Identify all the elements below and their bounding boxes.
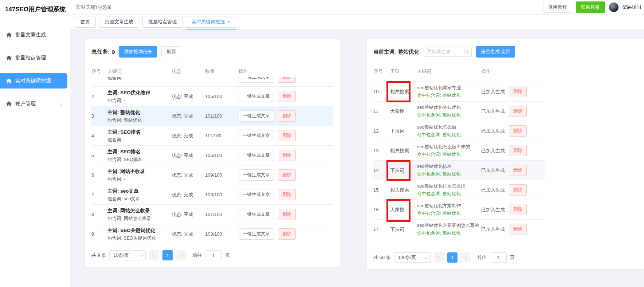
- task-row[interactable]: 9 主词: SEO关键词优化 包含词: SEO关键词优化 状态: 完成 103/…: [91, 224, 333, 244]
- keyword-row[interactable]: 12 下拉词 seo整站优化怎么做 命中包含词: 整站优化 已加入生成 删除: [373, 121, 545, 141]
- row-index: 4: [91, 133, 107, 138]
- keyword-row-partial-bottom[interactable]: seo整站优化方法: [373, 239, 545, 246]
- goto-page-input[interactable]: [205, 250, 222, 260]
- task-row[interactable]: 2 主词: SEO优化教程 包含词: - 状态: 完成 105/100 一键生成…: [91, 87, 333, 106]
- total-task-label: 总任务:: [91, 48, 110, 55]
- delete-button[interactable]: 删除: [509, 224, 527, 235]
- avatar[interactable]: [609, 2, 619, 12]
- col-type: 类型: [390, 68, 417, 75]
- generate-article-button[interactable]: 一键生成文章: [239, 130, 274, 141]
- generate-article-button[interactable]: 一键生成文章: [239, 150, 274, 161]
- keyword-type: 相关搜索: [390, 89, 417, 95]
- task-row[interactable]: 5 主词: SEO排名 包含词: SEO排名 状态: 完成 105/100 一键…: [91, 146, 333, 165]
- delete-button[interactable]: 删除: [509, 106, 527, 117]
- delete-button[interactable]: 删除: [509, 125, 527, 137]
- delete-button[interactable]: 删除: [278, 150, 296, 161]
- page-size-select[interactable]: 10条/页: [109, 250, 146, 260]
- pagination-total: 共 50 条: [373, 254, 391, 261]
- keyword-row-partial-top[interactable]: 命中包含词: 整站优化: [373, 77, 545, 82]
- hit-word: 命中包含词: 整站优化: [417, 191, 481, 197]
- tutorial-button[interactable]: 使用教程: [543, 2, 572, 13]
- next-page-button[interactable]: [461, 252, 471, 263]
- chevron-down-icon: [140, 253, 143, 257]
- next-page-button[interactable]: [176, 250, 186, 260]
- sidebar-item-batch-article[interactable]: 批量文章生成: [0, 27, 70, 43]
- keyword-row[interactable]: 14 下拉词 seo整站优化排名 命中包含词: 整站优化 已加入生成 删除: [373, 161, 545, 180]
- task-row[interactable]: 8 主词: 网站怎么收录 包含词: 网站怎么收录 状态: 完成 101/100 …: [91, 205, 333, 224]
- col-keyword: 关键词: [107, 68, 172, 75]
- delete-button[interactable]: 删除: [278, 110, 296, 122]
- delete-button[interactable]: 删除: [278, 130, 296, 141]
- delete-button[interactable]: 删除: [278, 77, 296, 83]
- tab-bar: 首页 批量文章生成 批量站点管理 实时关键词挖掘 ×: [70, 15, 644, 29]
- row-count: 109/100: [205, 172, 239, 178]
- contact-support-button[interactable]: 联系客服: [576, 1, 605, 13]
- prev-page-button[interactable]: [149, 250, 159, 260]
- include-word: 包含词: SEO排名: [107, 157, 172, 162]
- add-task-button[interactable]: 添加挖词任务: [119, 46, 157, 58]
- page-unit-label: 页: [510, 254, 515, 261]
- chevron-down-icon: [424, 255, 428, 259]
- sidebar-item-label: 批量站点管理: [15, 55, 46, 61]
- sidebar-item-account[interactable]: 账户管理: [0, 96, 70, 111]
- page-number-button[interactable]: 1: [162, 250, 173, 260]
- row-status: 状态: 完成: [172, 93, 205, 100]
- delete-button[interactable]: 删除: [278, 228, 296, 240]
- refresh-button[interactable]: 刷新: [161, 46, 181, 57]
- hit-word: 命中包含词: 整站优化: [417, 132, 481, 138]
- page-size-value: 10条/页: [113, 252, 129, 259]
- task-row[interactable]: 6 主词: 网站不收录 包含词: - 状态: 完成 109/100 一键生成文章…: [91, 165, 333, 185]
- tab-batch-site[interactable]: 批量站点管理: [142, 16, 182, 28]
- tab-home[interactable]: 首页: [75, 16, 96, 28]
- close-icon[interactable]: ×: [227, 19, 230, 24]
- delete-button[interactable]: 删除: [509, 204, 527, 215]
- row-status: 状态: 完成: [172, 231, 205, 237]
- breadcrumb: 实时关键词挖掘: [75, 4, 111, 11]
- row-status: 状态: 完成: [172, 133, 205, 139]
- chevron-right-icon: [180, 253, 183, 257]
- include-word: 包含词: seo文章: [107, 196, 172, 202]
- generate-article-button[interactable]: 一键生成文章: [239, 228, 274, 240]
- header-actions: 使用教程 联系客服 65e4811: [543, 1, 642, 13]
- page-number-button[interactable]: 1: [447, 252, 458, 263]
- sidebar-item-batch-site[interactable]: 批量站点管理: [0, 50, 70, 66]
- keyword-row[interactable]: 10 相关搜索 seo整站优化哪家专业 命中包含词: 整站优化 已加入生成 删除: [373, 82, 545, 102]
- keyword-row[interactable]: 16 大家搜 seo整站优化方案制作 命中包含词: 整站优化 已加入生成 删除: [373, 200, 545, 220]
- generate-article-button[interactable]: 一键生成文章: [239, 110, 274, 122]
- pagination-total: 共 9 条: [91, 252, 106, 259]
- sidebar-item-keyword-mining[interactable]: 实时关键词挖掘: [0, 73, 67, 89]
- prev-page-button[interactable]: [434, 252, 444, 263]
- tab-batch-article[interactable]: 批量文章生成: [99, 16, 139, 28]
- generate-article-button[interactable]: 一键生成文章: [239, 77, 274, 83]
- delete-button[interactable]: 删除: [509, 184, 527, 196]
- delete-button[interactable]: 删除: [278, 169, 296, 181]
- task-row[interactable]: 4 主词: SEO排名 包含词: - 状态: 完成 111/100 一键生成文章…: [91, 126, 333, 146]
- delete-button[interactable]: 删除: [278, 189, 296, 200]
- task-row[interactable]: 7 主词: seo文章 包含词: seo文章 状态: 完成 103/100 一键…: [91, 185, 333, 205]
- keyword-type: 大家搜: [390, 207, 417, 213]
- keyword-row[interactable]: 17 下拉词 seo整站优化方案案例怎么写的 命中包含词: 整站优化 已加入生成…: [373, 220, 545, 239]
- page-size-select[interactable]: 100条/页: [394, 252, 431, 263]
- delete-button[interactable]: 删除: [509, 165, 527, 176]
- row-index: 6: [91, 172, 107, 178]
- task-row-selected[interactable]: 3 主词: 整站优化 包含词: 整站优化 状态: 完成 101/100 一键生成…: [91, 106, 333, 126]
- generation-status: 已加入生成: [481, 167, 505, 174]
- generate-filter-button[interactable]: 是否生成:全部: [476, 46, 515, 58]
- keyword-row[interactable]: 11 大家搜 seo整站优化外包优化 命中包含词: 整站优化 已加入生成 删除: [373, 102, 545, 121]
- delete-button[interactable]: 删除: [509, 145, 527, 156]
- generate-article-button[interactable]: 一键生成文章: [239, 169, 274, 181]
- delete-button[interactable]: 删除: [509, 86, 527, 97]
- generate-article-button[interactable]: 一键生成文章: [239, 189, 274, 200]
- keyword-text: seo整站优化方案案例怎么写的: [417, 223, 481, 228]
- goto-page-input[interactable]: [490, 252, 507, 263]
- keyword-row[interactable]: 13 相关搜索 seo整站优化怎么做出来的 命中包含词: 整站优化 已加入生成 …: [373, 141, 545, 161]
- generate-article-button[interactable]: 一键生成文章: [239, 91, 274, 102]
- hit-word: 命中包含词: 整站优化: [417, 171, 481, 177]
- delete-button[interactable]: 删除: [278, 91, 296, 102]
- generate-article-button[interactable]: 一键生成文章: [239, 209, 274, 220]
- task-row-partial[interactable]: 包含词: - 一键生成文章 删除: [91, 77, 333, 87]
- keyword-row[interactable]: 15 相关搜索 seo整站优化排名怎么排 命中包含词: 整站优化 已加入生成 删…: [373, 180, 545, 200]
- include-word: 包含词: -: [107, 77, 172, 81]
- delete-button[interactable]: 删除: [278, 209, 296, 220]
- tab-keyword-mining[interactable]: 实时关键词挖掘 ×: [186, 16, 236, 28]
